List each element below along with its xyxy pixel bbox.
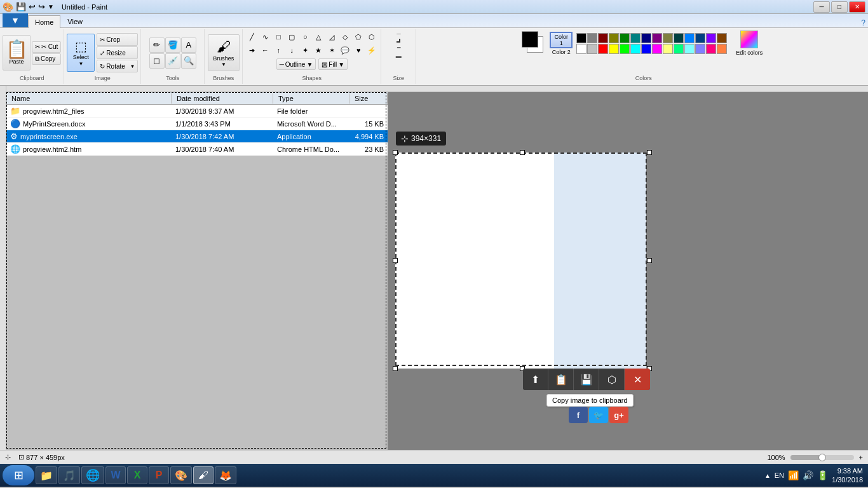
color-red[interactable] (598, 44, 608, 54)
outline-button[interactable]: ─ Outline ▼ (276, 58, 316, 70)
tray-sound-icon[interactable]: 🔊 (803, 470, 813, 480)
rect-shape[interactable]: □ (272, 30, 285, 43)
help-icon[interactable]: ? (861, 18, 865, 27)
color-silver[interactable] (587, 44, 597, 54)
share-button[interactable]: ⬡ (599, 369, 625, 390)
save-button[interactable]: 💾 (574, 369, 599, 390)
color1-label[interactable]: Color 1 (550, 32, 573, 48)
pentagon-shape[interactable]: ⬠ (352, 30, 365, 43)
color-violet[interactable] (706, 33, 716, 43)
arrow-right-shape[interactable]: ➔ (245, 44, 258, 57)
line-shape[interactable]: ╱ (245, 30, 258, 43)
zoom-plus-icon[interactable]: + (859, 454, 863, 461)
copy-to-clipboard-button[interactable]: 📋 (548, 369, 574, 390)
taskbar-firefox[interactable]: 🦊 (215, 466, 236, 484)
star5-shape[interactable]: ★ (312, 44, 325, 57)
tab-view[interactable]: View (60, 15, 90, 27)
arrow-left-shape[interactable]: ← (259, 44, 271, 57)
color-picker-tool[interactable]: 💉 (165, 53, 180, 69)
ellipse-shape[interactable]: ○ (299, 30, 311, 43)
edit-colors-label[interactable]: Edit colors (733, 50, 765, 57)
resize-button[interactable]: ⤢ Resize (97, 46, 138, 59)
color2-label[interactable]: Color 2 (550, 49, 573, 55)
curve-shape[interactable]: ∿ (259, 30, 271, 43)
fill-button[interactable]: ▨ Fill ▼ (318, 58, 348, 70)
color-lightcyan[interactable] (684, 44, 695, 54)
color-magenta[interactable] (652, 44, 662, 54)
col-name[interactable]: Name (6, 93, 172, 104)
facebook-button[interactable]: f (569, 407, 588, 423)
right-triangle-shape[interactable]: ◿ (325, 30, 338, 43)
taskbar-explorer[interactable]: 📁 (36, 466, 57, 484)
fill-tool[interactable]: 🪣 (165, 37, 180, 53)
color-brown[interactable] (717, 33, 727, 43)
color-mintgreen[interactable] (674, 44, 684, 54)
star4-shape[interactable]: ✦ (299, 44, 311, 57)
zoom-slider[interactable] (790, 455, 854, 460)
handle-middleleft[interactable] (393, 258, 398, 263)
color-darkolive[interactable] (663, 33, 673, 43)
paste-button[interactable]: 📋 Paste (3, 35, 31, 71)
callout-shape[interactable]: 💬 (339, 44, 351, 57)
color-white[interactable] (576, 44, 587, 54)
taskbar-chrome[interactable]: 🌐 (81, 466, 104, 484)
close-button[interactable]: ✕ (625, 369, 650, 390)
pencil-tool[interactable]: ✏ (149, 37, 165, 53)
copy-button[interactable]: ⧉ Copy (32, 53, 61, 65)
color-darkred[interactable] (598, 33, 608, 43)
handle-topcenter[interactable] (520, 150, 525, 155)
heart-shape[interactable]: ♥ (352, 44, 365, 57)
tab-home[interactable]: Home (28, 15, 60, 28)
col-type[interactable]: Type (273, 93, 349, 104)
diamond-shape[interactable]: ◇ (339, 30, 351, 43)
magnify-tool[interactable]: 🔍 (181, 53, 196, 69)
color-hotpink[interactable] (706, 44, 716, 54)
star6-shape[interactable]: ✶ (325, 44, 338, 57)
zoom-thumb[interactable] (818, 454, 826, 461)
color1-swatch[interactable] (522, 31, 538, 48)
file-row[interactable]: 🌐 progview.htm2.htm 1/30/2018 7:40 AM Ch… (6, 143, 388, 156)
redo-icon[interactable]: ↪ (38, 2, 45, 11)
color-black[interactable] (576, 33, 587, 43)
quick-access-arrow[interactable]: ▼ (48, 3, 54, 10)
color-teal[interactable] (630, 33, 641, 43)
taskbar-excel[interactable]: X (127, 466, 147, 484)
close-button[interactable]: ✕ (849, 1, 865, 13)
undo-icon[interactable]: ↩ (29, 2, 36, 11)
file-row-selected[interactable]: ⚙ myprintscreen.exe 1/30/2018 7:42 AM Ap… (6, 130, 388, 143)
eraser-tool[interactable]: ◻ (149, 53, 165, 69)
arrow-up-shape[interactable]: ↑ (272, 44, 285, 57)
handle-topright[interactable] (647, 150, 652, 155)
color-green[interactable] (620, 33, 630, 43)
color-lightblue[interactable] (695, 44, 705, 54)
file-row[interactable]: 📁 progview.htm2_files 1/30/2018 9:37 AM … (6, 105, 388, 118)
save-icon-title[interactable]: 💾 (16, 2, 26, 11)
start-button[interactable]: ⊞ (3, 465, 34, 485)
googleplus-button[interactable]: g+ (609, 407, 628, 423)
color-cyan[interactable] (630, 44, 641, 54)
color-lime[interactable] (620, 44, 630, 54)
handle-bottomleft[interactable] (393, 366, 398, 371)
text-tool[interactable]: A (181, 37, 196, 53)
taskbar-word[interactable]: W (105, 466, 126, 484)
upload-button[interactable]: ⬆ (523, 369, 548, 390)
taskbar-colorful[interactable]: 🎨 (170, 466, 192, 484)
minimize-button[interactable]: ─ (813, 1, 830, 13)
color-brightblue[interactable] (641, 44, 651, 54)
color-yellow[interactable] (609, 44, 619, 54)
rounded-rect-shape[interactable]: ▢ (285, 30, 298, 43)
color-orange[interactable] (717, 44, 727, 54)
lightning-shape[interactable]: ⚡ (365, 44, 378, 57)
color-olive[interactable] (609, 33, 619, 43)
paint-menu-button[interactable]: ▼ (3, 13, 28, 27)
color-darkteal[interactable] (674, 33, 684, 43)
edit-colors-swatch[interactable] (740, 30, 758, 48)
triangle-shape[interactable]: △ (312, 30, 325, 43)
brushes-button[interactable]: 🖌 Brushes ▼ (208, 34, 240, 71)
maximize-button[interactable]: □ (831, 1, 848, 13)
paint-canvas[interactable] (395, 152, 649, 369)
tray-up-arrow[interactable]: ▲ (764, 472, 771, 479)
taskbar-powerpoint[interactable]: P (149, 466, 169, 484)
rotate-button[interactable]: ↻ Rotate ▼ (97, 60, 138, 72)
color-lightyellow[interactable] (663, 44, 673, 54)
